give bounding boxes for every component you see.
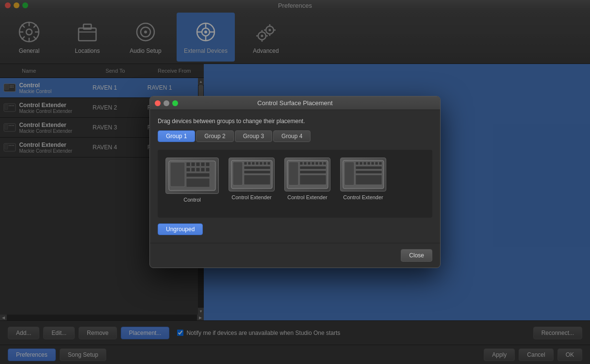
- modal-overlay: Control Surface Placement Drag devices b…: [0, 0, 590, 364]
- ungrouped-section: Ungrouped: [158, 223, 432, 235]
- ungrouped-tab[interactable]: Ungrouped: [158, 223, 203, 235]
- modal-window-controls: [155, 100, 178, 106]
- svg-rect-78: [248, 162, 251, 165]
- svg-rect-68: [186, 168, 190, 172]
- svg-rect-104: [367, 162, 370, 165]
- svg-rect-100: [344, 162, 354, 185]
- svg-rect-74: [186, 178, 210, 187]
- svg-rect-63: [186, 162, 190, 166]
- svg-rect-84: [244, 166, 270, 169]
- modal-titlebar: Control Surface Placement: [150, 96, 440, 110]
- svg-rect-80: [256, 162, 259, 165]
- device-item-extender1[interactable]: Control Extender: [229, 158, 275, 200]
- svg-rect-102: [360, 162, 362, 165]
- svg-rect-66: [201, 162, 205, 166]
- svg-rect-81: [260, 162, 262, 165]
- modal-body: Drag devices between groups to change th…: [150, 110, 440, 243]
- modal-close-btn[interactable]: [155, 100, 161, 106]
- svg-rect-85: [244, 171, 270, 174]
- svg-rect-98: [300, 175, 326, 185]
- modal-description: Drag devices between groups to change th…: [158, 118, 432, 125]
- device-image-control: [165, 158, 219, 194]
- device-image-extender3: [340, 158, 386, 191]
- svg-rect-70: [196, 168, 200, 172]
- svg-rect-86: [244, 175, 270, 185]
- group-tab-4[interactable]: Group 4: [273, 130, 311, 142]
- svg-rect-90: [304, 162, 307, 165]
- device-label-extender2: Control Extender: [287, 194, 328, 200]
- svg-rect-92: [311, 162, 314, 165]
- svg-rect-97: [300, 171, 326, 174]
- svg-rect-64: [191, 162, 195, 166]
- modal-title: Control Surface Placement: [257, 99, 332, 107]
- device-label-extender3: Control Extender: [343, 194, 383, 200]
- modal-dialog: Control Surface Placement Drag devices b…: [149, 96, 441, 268]
- svg-rect-62: [170, 162, 185, 187]
- svg-rect-67: [206, 162, 210, 166]
- svg-rect-79: [252, 162, 255, 165]
- device-item-control[interactable]: Control: [165, 158, 219, 203]
- devices-area: Control: [158, 150, 432, 218]
- device-image-extender1: [229, 158, 275, 191]
- svg-rect-77: [244, 162, 247, 165]
- modal-max-btn[interactable]: [172, 100, 178, 106]
- svg-rect-106: [375, 162, 378, 165]
- svg-rect-103: [363, 162, 366, 165]
- svg-rect-72: [206, 168, 210, 172]
- svg-rect-88: [289, 162, 298, 185]
- svg-rect-109: [356, 171, 382, 174]
- svg-rect-110: [356, 175, 382, 185]
- svg-rect-83: [267, 162, 270, 165]
- svg-rect-89: [300, 162, 303, 165]
- modal-footer: Close: [150, 243, 440, 268]
- svg-rect-73: [186, 173, 210, 177]
- svg-rect-71: [201, 168, 205, 172]
- svg-rect-95: [323, 162, 326, 165]
- device-item-extender2[interactable]: Control Extender: [284, 158, 330, 200]
- group-tabs: Group 1 Group 2 Group 3 Group 4: [158, 130, 432, 142]
- svg-rect-101: [356, 162, 359, 165]
- group-tab-2[interactable]: Group 2: [196, 130, 233, 142]
- device-item-extender3[interactable]: Control Extender: [340, 158, 386, 200]
- svg-rect-93: [315, 162, 318, 165]
- device-image-extender2: [284, 158, 330, 191]
- group-tab-3[interactable]: Group 3: [235, 130, 272, 142]
- group-tab-1[interactable]: Group 1: [158, 130, 195, 142]
- device-label-extender1: Control Extender: [231, 194, 272, 200]
- svg-rect-82: [263, 162, 266, 165]
- modal-close-button[interactable]: Close: [401, 249, 432, 262]
- svg-rect-108: [356, 166, 382, 169]
- svg-rect-105: [371, 162, 374, 165]
- device-label-control: Control: [183, 197, 200, 203]
- svg-rect-91: [308, 162, 311, 165]
- svg-rect-96: [300, 166, 326, 169]
- svg-rect-76: [233, 162, 243, 185]
- modal-min-btn: [164, 100, 169, 106]
- svg-rect-94: [319, 162, 322, 165]
- svg-rect-65: [196, 162, 200, 166]
- svg-rect-69: [191, 168, 195, 172]
- svg-rect-107: [379, 162, 382, 165]
